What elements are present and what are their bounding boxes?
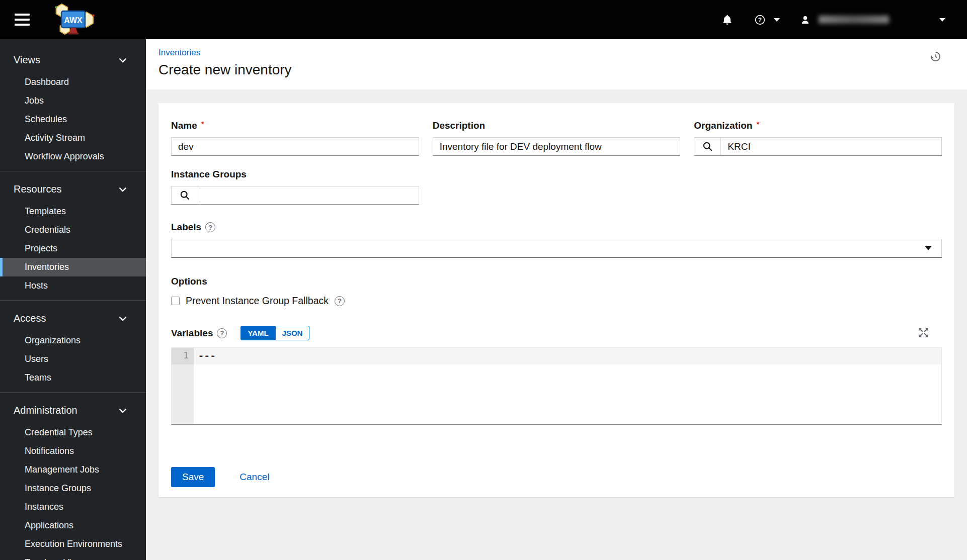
nav-toggle-button[interactable] (15, 14, 30, 26)
sidebar-divider (0, 300, 146, 301)
main-content: Inventories Create new inventory Name * (146, 39, 967, 560)
chevron-down-icon (119, 408, 127, 413)
sidebar-item-instance-groups[interactable]: Instance Groups (0, 479, 146, 498)
sidebar-divider (0, 171, 146, 171)
user-menu-button[interactable] (800, 15, 945, 25)
activity-history-button[interactable] (929, 50, 942, 65)
organization-input[interactable] (721, 137, 942, 156)
help-menu-button[interactable]: ? (754, 14, 780, 26)
sidebar-item-instances[interactable]: Instances (0, 498, 146, 516)
sidebar-item-hosts[interactable]: Hosts (0, 276, 146, 295)
burger-bar (15, 24, 30, 26)
description-input[interactable] (433, 137, 681, 156)
required-asterisk: * (201, 120, 204, 128)
sidebar-item-users[interactable]: Users (0, 350, 146, 368)
sidebar-group-resources[interactable]: Resources (0, 176, 146, 202)
organization-label: Organization * (694, 120, 942, 131)
search-icon (180, 190, 190, 201)
awx-logo-text: AWX (64, 16, 83, 25)
notifications-button[interactable] (721, 14, 733, 26)
sidebar-item-topology-view[interactable]: Topology View (0, 553, 146, 560)
variables-code-editor[interactable]: 1 --- (171, 347, 942, 425)
sidebar-group-views[interactable]: Views (0, 47, 146, 73)
help-icon: ? (754, 14, 766, 26)
sidebar-item-jobs[interactable]: Jobs (0, 91, 146, 110)
awx-logo[interactable]: AWX (50, 3, 97, 37)
sidebar-item-management-jobs[interactable]: Management Jobs (0, 460, 146, 479)
yaml-toggle-button[interactable]: YAML (240, 326, 275, 340)
history-icon (929, 50, 942, 63)
sidebar-group-label: Resources (14, 183, 62, 195)
burger-bar (15, 19, 30, 21)
instance-groups-label: Instance Groups (171, 169, 419, 180)
sidebar-divider (0, 392, 146, 393)
sidebar-item-activity-stream[interactable]: Activity Stream (0, 129, 146, 147)
name-field-group: Name * (171, 120, 419, 156)
name-input[interactable] (171, 137, 419, 156)
description-field-group: Description (433, 120, 681, 156)
sidebar-item-inventories[interactable]: Inventories (0, 258, 146, 276)
description-label: Description (433, 120, 681, 131)
breadcrumb: Inventories (158, 48, 967, 58)
user-icon (800, 15, 811, 25)
search-icon (702, 141, 713, 152)
sidebar-group-access[interactable]: Access (0, 306, 146, 331)
json-toggle-button[interactable]: JSON (276, 326, 310, 340)
sidebar-item-projects[interactable]: Projects (0, 239, 146, 258)
sidebar-item-workflow-approvals[interactable]: Workflow Approvals (0, 147, 146, 166)
sidebar-item-applications[interactable]: Applications (0, 516, 146, 535)
sidebar-item-organizations[interactable]: Organizations (0, 331, 146, 350)
variables-help-icon[interactable]: ? (217, 328, 227, 338)
chevron-down-icon (939, 18, 945, 22)
breadcrumb-inventories-link[interactable]: Inventories (158, 48, 200, 57)
name-label: Name * (171, 120, 419, 131)
prevent-instance-group-fallback-checkbox[interactable] (171, 297, 180, 305)
editor-gutter: 1 (172, 348, 194, 424)
labels-select[interactable] (171, 239, 942, 258)
variables-label: Variables ? (171, 328, 227, 339)
sidebar-item-templates[interactable]: Templates (0, 202, 146, 221)
sidebar-group-label: Views (14, 54, 40, 66)
chevron-down-icon (119, 58, 127, 63)
sidebar-group-label: Access (14, 313, 46, 324)
sidebar-group-label: Administration (14, 405, 77, 416)
sidebar-item-credentials[interactable]: Credentials (0, 221, 146, 239)
labels-help-icon[interactable]: ? (205, 222, 215, 232)
expand-arrows-icon (917, 326, 930, 339)
editor-line-number: 1 (172, 348, 194, 364)
sidebar-item-execution-environments[interactable]: Execution Environments (0, 535, 146, 553)
chevron-down-icon (119, 316, 127, 321)
sidebar: Views Dashboard Jobs Schedules Activity … (0, 39, 146, 560)
editor-active-line: --- (194, 348, 941, 364)
instance-groups-input[interactable] (198, 186, 419, 205)
options-label: Options (171, 276, 942, 287)
svg-text:?: ? (758, 16, 762, 23)
sidebar-item-credential-types[interactable]: Credential Types (0, 423, 146, 442)
sidebar-item-schedules[interactable]: Schedules (0, 110, 146, 129)
sidebar-item-notifications[interactable]: Notifications (0, 442, 146, 460)
cancel-button[interactable]: Cancel (239, 472, 269, 483)
prevent-instance-group-fallback-label: Prevent Instance Group Fallback (186, 295, 329, 307)
sidebar-item-teams[interactable]: Teams (0, 368, 146, 387)
organization-lookup-button[interactable] (694, 137, 721, 156)
labels-label: Labels ? (171, 222, 942, 233)
burger-bar (15, 14, 30, 16)
form-actions: Save Cancel (171, 467, 942, 487)
editor-code-area[interactable]: --- (194, 348, 941, 424)
required-asterisk: * (756, 120, 759, 128)
editor-expand-button[interactable] (917, 326, 930, 340)
page-header: Inventories Create new inventory (146, 39, 967, 89)
sidebar-group-administration[interactable]: Administration (0, 398, 146, 423)
awx-logo-icon: AWX (50, 3, 97, 37)
save-button[interactable]: Save (171, 467, 215, 487)
inventory-form-card: Name * Description Organization (158, 103, 954, 497)
options-section: Options Prevent Instance Group Fallback … (171, 276, 942, 307)
sidebar-item-dashboard[interactable]: Dashboard (0, 73, 146, 91)
variables-format-toggle: YAML JSON (240, 326, 309, 340)
bell-icon (721, 14, 733, 26)
instance-groups-field-group: Instance Groups (171, 169, 419, 205)
chevron-down-icon (119, 187, 127, 192)
prevent-fallback-help-icon[interactable]: ? (335, 296, 345, 306)
instance-groups-lookup-button[interactable] (171, 186, 198, 205)
user-name-redacted (819, 16, 889, 24)
